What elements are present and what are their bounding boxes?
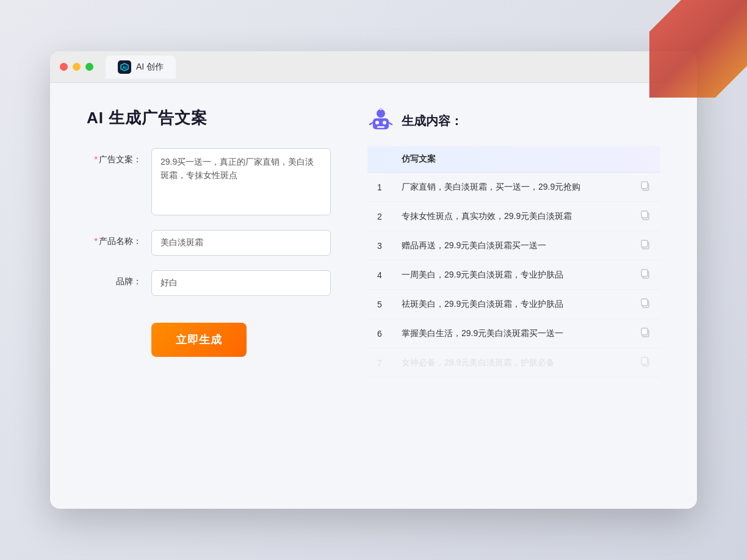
minimize-button[interactable] — [73, 63, 81, 71]
page-title: AI 生成广告文案 — [87, 107, 331, 129]
copy-icon — [640, 356, 651, 367]
svg-rect-13 — [641, 182, 648, 188]
row-number: 7 — [367, 348, 392, 378]
generate-button[interactable]: 立即生成 — [151, 323, 247, 357]
right-panel: 生成内容： 仿写文案 1厂家直销，美白淡斑霜，买一送一，29.9元抢购 2专抹女… — [367, 107, 660, 484]
copy-icon — [640, 327, 651, 338]
ai-tab[interactable]: AI AI 创作 — [106, 56, 176, 79]
tab-icon: AI — [118, 60, 131, 74]
table-row: 5祛斑美白，29.9元美白淡斑霜，专业护肤品 — [367, 290, 660, 319]
table-row: 4一周美白，29.9元美白淡斑霜，专业护肤品 — [367, 260, 660, 290]
row-content: 专抹女性斑点，真实功效，29.9元美白淡斑霜 — [392, 202, 630, 231]
table-header-row: 仿写文案 — [367, 146, 660, 173]
product-name-group: *产品名称： 美白淡斑霜 — [87, 230, 331, 256]
product-name-label: *产品名称： — [87, 230, 142, 247]
robot-icon — [367, 107, 394, 134]
title-bar: AI AI 创作 — [50, 51, 697, 83]
col-action — [630, 146, 660, 173]
close-button[interactable] — [60, 63, 68, 71]
row-number: 2 — [367, 202, 392, 231]
brand-label: 品牌： — [87, 270, 142, 287]
copy-icon — [640, 268, 651, 279]
ad-copy-label: *广告文案： — [87, 148, 142, 165]
svg-line-10 — [389, 123, 392, 124]
ad-copy-group: *广告文案： 29.9买一送一，真正的厂家直销，美白淡斑霜，专抹女性斑点 — [87, 148, 331, 215]
copy-cell[interactable] — [630, 290, 660, 319]
table-row: 1厂家直销，美白淡斑霜，买一送一，29.9元抢购 — [367, 173, 660, 202]
copy-icon — [640, 239, 651, 250]
svg-rect-21 — [641, 299, 648, 306]
product-name-required: * — [95, 236, 98, 246]
svg-rect-15 — [641, 211, 648, 218]
row-number: 6 — [367, 319, 392, 348]
row-content: 掌握美白生活，29.9元美白淡斑霜买一送一 — [392, 319, 630, 348]
ad-copy-input[interactable]: 29.9买一送一，真正的厂家直销，美白淡斑霜，专抹女性斑点 — [151, 148, 331, 215]
row-content: 一周美白，29.9元美白淡斑霜，专业护肤品 — [392, 260, 630, 290]
copy-cell[interactable] — [630, 319, 660, 348]
row-content: 厂家直销，美白淡斑霜，买一送一，29.9元抢购 — [392, 173, 630, 202]
left-panel: AI 生成广告文案 *广告文案： 29.9买一送一，真正的厂家直销，美白淡斑霜，… — [87, 107, 331, 484]
results-title: 生成内容： — [402, 113, 463, 129]
browser-window: AI AI 创作 AI 生成广告文案 *广告文案： 29.9买一送一，真正的厂家… — [50, 51, 697, 509]
tab-label: AI 创作 — [136, 62, 164, 73]
copy-icon — [640, 181, 651, 192]
table-row: 3赠品再送，29.9元美白淡斑霜买一送一 — [367, 231, 660, 260]
svg-point-5 — [383, 121, 386, 124]
brand-group: 品牌： 好白 — [87, 270, 331, 296]
table-row: 6掌握美白生活，29.9元美白淡斑霜买一送一 — [367, 319, 660, 348]
table-row: 2专抹女性斑点，真实功效，29.9元美白淡斑霜 — [367, 202, 660, 231]
copy-cell[interactable] — [630, 173, 660, 202]
svg-rect-17 — [641, 240, 648, 247]
copy-cell[interactable] — [630, 202, 660, 231]
row-number: 5 — [367, 290, 392, 319]
col-content: 仿写文案 — [392, 146, 630, 173]
svg-point-11 — [380, 109, 382, 110]
table-row: 7女神必备，29.9元美白淡斑霜，护肤必备 — [367, 348, 660, 378]
brand-input[interactable]: 好白 — [151, 270, 331, 296]
row-content: 祛斑美白，29.9元美白淡斑霜，专业护肤品 — [392, 290, 630, 319]
row-content: 赠品再送，29.9元美白淡斑霜买一送一 — [392, 231, 630, 260]
svg-rect-19 — [641, 270, 648, 276]
product-name-input[interactable]: 美白淡斑霜 — [151, 230, 331, 256]
copy-icon — [640, 210, 651, 221]
svg-rect-25 — [641, 357, 648, 364]
ad-copy-required: * — [95, 154, 98, 164]
svg-rect-6 — [377, 126, 384, 128]
main-content: AI 生成广告文案 *广告文案： 29.9买一送一，真正的厂家直销，美白淡斑霜，… — [50, 83, 697, 509]
svg-point-4 — [375, 121, 379, 124]
row-number: 4 — [367, 260, 392, 290]
traffic-lights — [60, 63, 93, 71]
copy-icon — [640, 298, 651, 309]
copy-cell[interactable] — [630, 260, 660, 290]
svg-line-9 — [370, 123, 373, 124]
row-content: 女神必备，29.9元美白淡斑霜，护肤必备 — [392, 348, 630, 378]
copy-cell[interactable] — [630, 231, 660, 260]
svg-rect-23 — [641, 328, 648, 335]
results-header: 生成内容： — [367, 107, 660, 134]
row-number: 1 — [367, 173, 392, 202]
row-number: 3 — [367, 231, 392, 260]
copy-cell[interactable] — [630, 348, 660, 378]
results-table: 仿写文案 1厂家直销，美白淡斑霜，买一送一，29.9元抢购 2专抹女性斑点，真实… — [367, 146, 660, 378]
maximize-button[interactable] — [85, 63, 93, 71]
svg-text:AI: AI — [123, 65, 127, 70]
col-num — [367, 146, 392, 173]
